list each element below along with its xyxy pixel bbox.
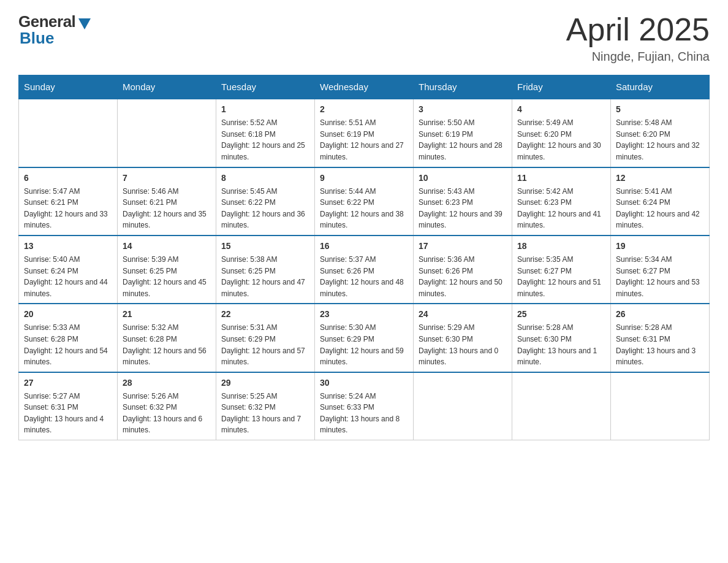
calendar-header-friday: Friday — [512, 75, 611, 99]
day-info: Sunrise: 5:40 AMSunset: 6:24 PMDaylight:… — [24, 254, 112, 299]
calendar-cell: 12Sunrise: 5:41 AMSunset: 6:24 PMDayligh… — [611, 167, 710, 236]
calendar-cell: 7Sunrise: 5:46 AMSunset: 6:21 PMDaylight… — [118, 167, 216, 236]
day-info: Sunrise: 5:35 AMSunset: 6:27 PMDaylight:… — [517, 254, 605, 299]
calendar-cell: 19Sunrise: 5:34 AMSunset: 6:27 PMDayligh… — [611, 236, 710, 304]
calendar-cell: 25Sunrise: 5:28 AMSunset: 6:30 PMDayligh… — [512, 304, 611, 372]
title-block: April 2025 Ningde, Fujian, China — [566, 12, 710, 64]
day-number: 27 — [24, 377, 112, 389]
day-info: Sunrise: 5:48 AMSunset: 6:20 PMDaylight:… — [616, 117, 704, 163]
day-info: Sunrise: 5:27 AMSunset: 6:31 PMDaylight:… — [24, 391, 112, 436]
calendar-cell: 4Sunrise: 5:49 AMSunset: 6:20 PMDaylight… — [512, 99, 611, 167]
day-info: Sunrise: 5:50 AMSunset: 6:19 PMDaylight:… — [419, 117, 507, 163]
day-number: 18 — [517, 240, 605, 253]
day-info: Sunrise: 5:46 AMSunset: 6:21 PMDaylight:… — [123, 186, 211, 231]
calendar-cell: 26Sunrise: 5:28 AMSunset: 6:31 PMDayligh… — [611, 304, 710, 372]
day-info: Sunrise: 5:33 AMSunset: 6:28 PMDaylight:… — [24, 322, 112, 367]
calendar-cell: 16Sunrise: 5:37 AMSunset: 6:26 PMDayligh… — [315, 236, 414, 304]
week-row-3: 13Sunrise: 5:40 AMSunset: 6:24 PMDayligh… — [19, 236, 710, 304]
day-number: 28 — [123, 377, 211, 389]
calendar-header-wednesday: Wednesday — [315, 75, 414, 99]
calendar-cell: 6Sunrise: 5:47 AMSunset: 6:21 PMDaylight… — [19, 167, 118, 236]
day-number: 26 — [616, 308, 704, 321]
calendar-cell: 10Sunrise: 5:43 AMSunset: 6:23 PMDayligh… — [414, 167, 512, 236]
calendar-cell: 17Sunrise: 5:36 AMSunset: 6:26 PMDayligh… — [414, 236, 512, 304]
day-number: 1 — [221, 103, 309, 116]
day-number: 4 — [517, 103, 605, 116]
day-number: 17 — [419, 240, 507, 253]
day-info: Sunrise: 5:47 AMSunset: 6:21 PMDaylight:… — [24, 186, 112, 231]
day-number: 21 — [123, 308, 211, 321]
day-info: Sunrise: 5:43 AMSunset: 6:23 PMDaylight:… — [419, 186, 507, 231]
day-number: 3 — [419, 103, 507, 116]
day-info: Sunrise: 5:34 AMSunset: 6:27 PMDaylight:… — [616, 254, 704, 299]
day-number: 9 — [320, 172, 408, 185]
calendar-cell: 29Sunrise: 5:25 AMSunset: 6:32 PMDayligh… — [216, 372, 315, 440]
day-info: Sunrise: 5:39 AMSunset: 6:25 PMDaylight:… — [123, 254, 211, 299]
calendar-header-row: SundayMondayTuesdayWednesdayThursdayFrid… — [19, 75, 710, 99]
calendar-header-monday: Monday — [118, 75, 216, 99]
day-info: Sunrise: 5:42 AMSunset: 6:23 PMDaylight:… — [517, 186, 605, 231]
week-row-1: 1Sunrise: 5:52 AMSunset: 6:18 PMDaylight… — [19, 99, 710, 167]
calendar-cell: 3Sunrise: 5:50 AMSunset: 6:19 PMDaylight… — [414, 99, 512, 167]
calendar-cell: 5Sunrise: 5:48 AMSunset: 6:20 PMDaylight… — [611, 99, 710, 167]
week-row-5: 27Sunrise: 5:27 AMSunset: 6:31 PMDayligh… — [19, 372, 710, 440]
logo-triangle-icon — [78, 18, 91, 29]
day-number: 10 — [419, 172, 507, 185]
day-info: Sunrise: 5:28 AMSunset: 6:31 PMDaylight:… — [616, 322, 704, 367]
calendar-cell: 28Sunrise: 5:26 AMSunset: 6:32 PMDayligh… — [118, 372, 216, 440]
day-number: 19 — [616, 240, 704, 253]
day-number: 16 — [320, 240, 408, 253]
calendar-header-tuesday: Tuesday — [216, 75, 315, 99]
calendar-cell — [611, 372, 710, 440]
calendar-header-thursday: Thursday — [414, 75, 512, 99]
calendar-cell — [118, 99, 216, 167]
day-number: 5 — [616, 103, 704, 116]
calendar-cell: 9Sunrise: 5:44 AMSunset: 6:22 PMDaylight… — [315, 167, 414, 236]
day-number: 29 — [221, 377, 309, 389]
day-info: Sunrise: 5:52 AMSunset: 6:18 PMDaylight:… — [221, 117, 309, 163]
day-info: Sunrise: 5:45 AMSunset: 6:22 PMDaylight:… — [221, 186, 309, 231]
calendar-cell: 18Sunrise: 5:35 AMSunset: 6:27 PMDayligh… — [512, 236, 611, 304]
day-info: Sunrise: 5:44 AMSunset: 6:22 PMDaylight:… — [320, 186, 408, 231]
week-row-2: 6Sunrise: 5:47 AMSunset: 6:21 PMDaylight… — [19, 167, 710, 236]
week-row-4: 20Sunrise: 5:33 AMSunset: 6:28 PMDayligh… — [19, 304, 710, 372]
calendar-cell: 8Sunrise: 5:45 AMSunset: 6:22 PMDaylight… — [216, 167, 315, 236]
calendar-cell: 14Sunrise: 5:39 AMSunset: 6:25 PMDayligh… — [118, 236, 216, 304]
day-number: 12 — [616, 172, 704, 185]
calendar-cell: 22Sunrise: 5:31 AMSunset: 6:29 PMDayligh… — [216, 304, 315, 372]
day-info: Sunrise: 5:25 AMSunset: 6:32 PMDaylight:… — [221, 391, 309, 436]
day-number: 14 — [123, 240, 211, 253]
day-number: 15 — [221, 240, 309, 253]
calendar-cell: 13Sunrise: 5:40 AMSunset: 6:24 PMDayligh… — [19, 236, 118, 304]
calendar-cell: 23Sunrise: 5:30 AMSunset: 6:29 PMDayligh… — [315, 304, 414, 372]
day-number: 20 — [24, 308, 112, 321]
day-info: Sunrise: 5:38 AMSunset: 6:25 PMDaylight:… — [221, 254, 309, 299]
logo: General Blue — [18, 12, 91, 48]
calendar-cell: 21Sunrise: 5:32 AMSunset: 6:28 PMDayligh… — [118, 304, 216, 372]
day-number: 24 — [419, 308, 507, 321]
day-number: 2 — [320, 103, 408, 116]
day-info: Sunrise: 5:36 AMSunset: 6:26 PMDaylight:… — [419, 254, 507, 299]
day-number: 7 — [123, 172, 211, 185]
month-title: April 2025 — [566, 12, 710, 47]
calendar-cell: 15Sunrise: 5:38 AMSunset: 6:25 PMDayligh… — [216, 236, 315, 304]
logo-blue-text: Blue — [20, 29, 54, 48]
day-info: Sunrise: 5:26 AMSunset: 6:32 PMDaylight:… — [123, 391, 211, 436]
day-info: Sunrise: 5:29 AMSunset: 6:30 PMDaylight:… — [419, 322, 507, 367]
calendar-cell — [19, 99, 118, 167]
calendar-header-sunday: Sunday — [19, 75, 118, 99]
calendar-header-saturday: Saturday — [611, 75, 710, 99]
day-info: Sunrise: 5:49 AMSunset: 6:20 PMDaylight:… — [517, 117, 605, 163]
day-info: Sunrise: 5:30 AMSunset: 6:29 PMDaylight:… — [320, 322, 408, 367]
day-info: Sunrise: 5:51 AMSunset: 6:19 PMDaylight:… — [320, 117, 408, 163]
page-header: General Blue April 2025 Ningde, Fujian, … — [18, 12, 710, 64]
calendar-table: SundayMondayTuesdayWednesdayThursdayFrid… — [18, 75, 710, 440]
day-number: 8 — [221, 172, 309, 185]
day-number: 23 — [320, 308, 408, 321]
day-number: 25 — [517, 308, 605, 321]
calendar-cell: 20Sunrise: 5:33 AMSunset: 6:28 PMDayligh… — [19, 304, 118, 372]
day-info: Sunrise: 5:31 AMSunset: 6:29 PMDaylight:… — [221, 322, 309, 367]
calendar-cell: 27Sunrise: 5:27 AMSunset: 6:31 PMDayligh… — [19, 372, 118, 440]
calendar-cell — [414, 372, 512, 440]
calendar-cell: 30Sunrise: 5:24 AMSunset: 6:33 PMDayligh… — [315, 372, 414, 440]
